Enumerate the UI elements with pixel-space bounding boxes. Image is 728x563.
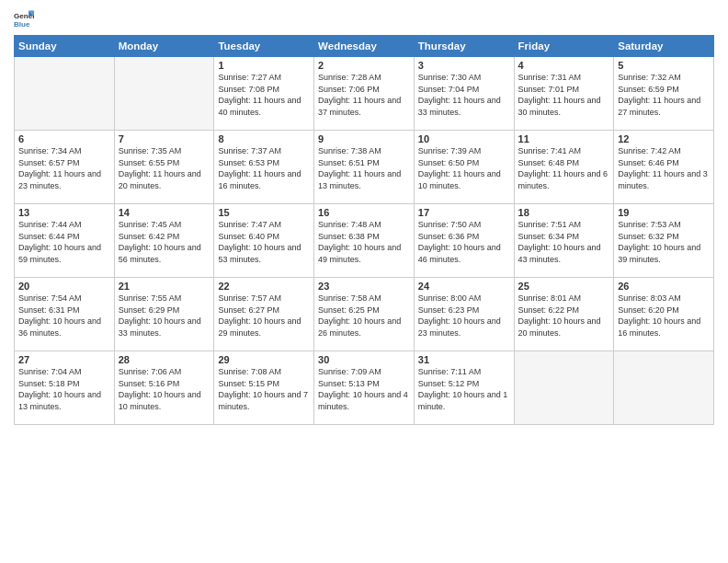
day-number: 9 <box>318 133 410 144</box>
page: General Blue SundayMondayTuesdayWednesda… <box>0 0 728 563</box>
week-row-1: 1Sunrise: 7:27 AMSunset: 7:08 PMDaylight… <box>15 57 714 131</box>
calendar-cell: 19Sunrise: 7:53 AMSunset: 6:32 PMDayligh… <box>614 204 714 278</box>
day-number: 27 <box>18 354 110 365</box>
calendar-cell: 31Sunrise: 7:11 AMSunset: 5:12 PMDayligh… <box>414 351 514 425</box>
calendar-cell: 14Sunrise: 7:45 AMSunset: 6:42 PMDayligh… <box>114 204 214 278</box>
day-info: Sunrise: 7:54 AMSunset: 6:31 PMDaylight:… <box>18 293 110 339</box>
calendar-cell <box>15 57 115 131</box>
calendar-cell: 26Sunrise: 8:03 AMSunset: 6:20 PMDayligh… <box>614 278 714 351</box>
day-info: Sunrise: 7:58 AMSunset: 6:25 PMDaylight:… <box>318 293 410 339</box>
day-info: Sunrise: 7:53 AMSunset: 6:32 PMDaylight:… <box>618 219 710 265</box>
day-info: Sunrise: 7:55 AMSunset: 6:29 PMDaylight:… <box>119 293 210 339</box>
day-info: Sunrise: 7:41 AMSunset: 6:48 PMDaylight:… <box>518 145 610 191</box>
calendar-cell: 7Sunrise: 7:35 AMSunset: 6:55 PMDaylight… <box>114 131 214 204</box>
calendar-cell: 18Sunrise: 7:51 AMSunset: 6:34 PMDayligh… <box>514 204 614 278</box>
weekday-header-thursday: Thursday <box>414 36 514 57</box>
weekday-header-tuesday: Tuesday <box>214 36 314 57</box>
weekday-header-saturday: Saturday <box>614 36 714 57</box>
day-info: Sunrise: 7:31 AMSunset: 7:01 PMDaylight:… <box>518 72 610 118</box>
calendar-cell: 20Sunrise: 7:54 AMSunset: 6:31 PMDayligh… <box>15 278 115 351</box>
calendar-cell: 22Sunrise: 7:57 AMSunset: 6:27 PMDayligh… <box>214 278 314 351</box>
week-row-3: 13Sunrise: 7:44 AMSunset: 6:44 PMDayligh… <box>15 204 714 278</box>
day-number: 18 <box>518 207 610 218</box>
logo-icon: General Blue <box>14 9 34 29</box>
calendar-cell: 11Sunrise: 7:41 AMSunset: 6:48 PMDayligh… <box>514 131 614 204</box>
calendar-cell: 21Sunrise: 7:55 AMSunset: 6:29 PMDayligh… <box>114 278 214 351</box>
calendar-cell <box>114 57 214 131</box>
calendar-cell: 4Sunrise: 7:31 AMSunset: 7:01 PMDaylight… <box>514 57 614 131</box>
day-number: 7 <box>119 133 210 144</box>
calendar-cell: 23Sunrise: 7:58 AMSunset: 6:25 PMDayligh… <box>314 278 415 351</box>
calendar-cell: 25Sunrise: 8:01 AMSunset: 6:22 PMDayligh… <box>514 278 614 351</box>
day-info: Sunrise: 7:42 AMSunset: 6:46 PMDaylight:… <box>618 145 710 191</box>
day-info: Sunrise: 7:28 AMSunset: 7:06 PMDaylight:… <box>318 72 410 118</box>
day-number: 10 <box>418 133 510 144</box>
day-info: Sunrise: 7:04 AMSunset: 5:18 PMDaylight:… <box>18 366 110 412</box>
weekday-header-friday: Friday <box>514 36 614 57</box>
day-info: Sunrise: 7:38 AMSunset: 6:51 PMDaylight:… <box>318 145 410 191</box>
weekday-header-row: SundayMondayTuesdayWednesdayThursdayFrid… <box>15 36 714 57</box>
week-row-2: 6Sunrise: 7:34 AMSunset: 6:57 PMDaylight… <box>15 131 714 204</box>
calendar-table: SundayMondayTuesdayWednesdayThursdayFrid… <box>14 35 714 425</box>
day-number: 1 <box>218 60 310 71</box>
calendar-cell: 17Sunrise: 7:50 AMSunset: 6:36 PMDayligh… <box>414 204 514 278</box>
day-info: Sunrise: 7:48 AMSunset: 6:38 PMDaylight:… <box>318 219 410 265</box>
header: General Blue <box>14 9 714 29</box>
day-number: 8 <box>218 133 310 144</box>
day-number: 20 <box>18 281 110 292</box>
day-number: 15 <box>218 207 310 218</box>
day-number: 30 <box>318 354 410 365</box>
day-info: Sunrise: 7:06 AMSunset: 5:16 PMDaylight:… <box>119 366 210 412</box>
day-info: Sunrise: 7:45 AMSunset: 6:42 PMDaylight:… <box>119 219 210 265</box>
day-info: Sunrise: 7:34 AMSunset: 6:57 PMDaylight:… <box>18 145 110 191</box>
calendar-cell: 30Sunrise: 7:09 AMSunset: 5:13 PMDayligh… <box>314 351 415 425</box>
day-number: 25 <box>518 281 610 292</box>
day-number: 17 <box>418 207 510 218</box>
day-number: 12 <box>618 133 710 144</box>
svg-text:Blue: Blue <box>14 20 30 29</box>
day-info: Sunrise: 7:39 AMSunset: 6:50 PMDaylight:… <box>418 145 510 191</box>
calendar-cell: 5Sunrise: 7:32 AMSunset: 6:59 PMDaylight… <box>614 57 714 131</box>
day-number: 24 <box>418 281 510 292</box>
week-row-4: 20Sunrise: 7:54 AMSunset: 6:31 PMDayligh… <box>15 278 714 351</box>
day-info: Sunrise: 7:37 AMSunset: 6:53 PMDaylight:… <box>218 145 310 191</box>
calendar-cell: 1Sunrise: 7:27 AMSunset: 7:08 PMDaylight… <box>214 57 314 131</box>
calendar-cell: 16Sunrise: 7:48 AMSunset: 6:38 PMDayligh… <box>314 204 415 278</box>
day-info: Sunrise: 7:51 AMSunset: 6:34 PMDaylight:… <box>518 219 610 265</box>
day-info: Sunrise: 7:27 AMSunset: 7:08 PMDaylight:… <box>218 72 310 118</box>
day-number: 3 <box>418 60 510 71</box>
day-number: 29 <box>218 354 310 365</box>
day-info: Sunrise: 7:08 AMSunset: 5:15 PMDaylight:… <box>218 366 310 412</box>
calendar-cell: 24Sunrise: 8:00 AMSunset: 6:23 PMDayligh… <box>414 278 514 351</box>
calendar-cell <box>614 351 714 425</box>
day-number: 5 <box>618 60 710 71</box>
day-info: Sunrise: 8:00 AMSunset: 6:23 PMDaylight:… <box>418 293 510 339</box>
day-number: 23 <box>318 281 410 292</box>
calendar-cell: 6Sunrise: 7:34 AMSunset: 6:57 PMDaylight… <box>15 131 115 204</box>
day-number: 22 <box>218 281 310 292</box>
calendar-cell: 8Sunrise: 7:37 AMSunset: 6:53 PMDaylight… <box>214 131 314 204</box>
calendar-cell <box>514 351 614 425</box>
day-number: 26 <box>618 281 710 292</box>
day-info: Sunrise: 7:57 AMSunset: 6:27 PMDaylight:… <box>218 293 310 339</box>
day-number: 2 <box>318 60 410 71</box>
day-info: Sunrise: 8:03 AMSunset: 6:20 PMDaylight:… <box>618 293 710 339</box>
calendar-cell: 27Sunrise: 7:04 AMSunset: 5:18 PMDayligh… <box>15 351 115 425</box>
weekday-header-wednesday: Wednesday <box>314 36 415 57</box>
calendar-cell: 9Sunrise: 7:38 AMSunset: 6:51 PMDaylight… <box>314 131 415 204</box>
day-info: Sunrise: 8:01 AMSunset: 6:22 PMDaylight:… <box>518 293 610 339</box>
day-number: 6 <box>18 133 110 144</box>
calendar-cell: 29Sunrise: 7:08 AMSunset: 5:15 PMDayligh… <box>214 351 314 425</box>
calendar-cell: 13Sunrise: 7:44 AMSunset: 6:44 PMDayligh… <box>15 204 115 278</box>
day-info: Sunrise: 7:44 AMSunset: 6:44 PMDaylight:… <box>18 219 110 265</box>
day-number: 14 <box>119 207 210 218</box>
day-number: 13 <box>18 207 110 218</box>
day-info: Sunrise: 7:47 AMSunset: 6:40 PMDaylight:… <box>218 219 310 265</box>
day-number: 21 <box>119 281 210 292</box>
day-number: 4 <box>518 60 610 71</box>
logo: General Blue <box>14 9 34 29</box>
weekday-header-sunday: Sunday <box>15 36 115 57</box>
day-number: 19 <box>618 207 710 218</box>
day-info: Sunrise: 7:30 AMSunset: 7:04 PMDaylight:… <box>418 72 510 118</box>
week-row-5: 27Sunrise: 7:04 AMSunset: 5:18 PMDayligh… <box>15 351 714 425</box>
